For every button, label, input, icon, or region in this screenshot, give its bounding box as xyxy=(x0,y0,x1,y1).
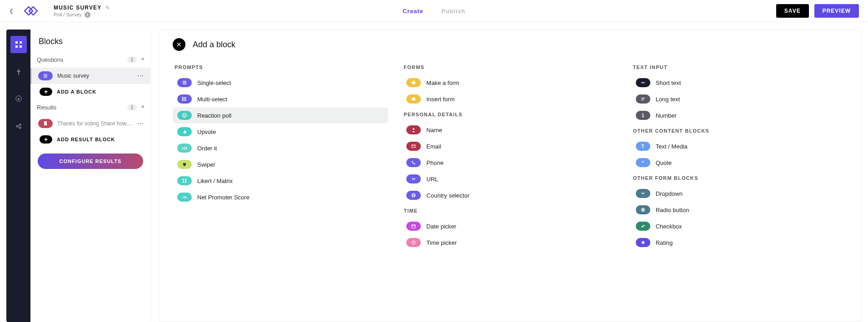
opt-label: Phone xyxy=(426,159,444,166)
more-icon[interactable]: ⋯ xyxy=(137,120,144,127)
section-questions[interactable]: Questions 1 ^ xyxy=(30,52,150,68)
svg-point-20 xyxy=(182,99,183,99)
preview-button[interactable]: PREVIEW xyxy=(814,4,859,18)
edit-icon[interactable]: ✎ xyxy=(105,5,110,11)
calendar-icon xyxy=(406,222,421,231)
opt-likert[interactable]: Likert / Matrix xyxy=(173,173,388,189)
heading-forms: FORMS xyxy=(404,64,617,70)
questions-count-badge: 1 xyxy=(127,56,137,63)
close-icon[interactable]: ✕ xyxy=(173,38,185,51)
heading-time: TIME xyxy=(404,208,617,213)
smile-icon xyxy=(177,111,192,120)
opt-label: Insert form xyxy=(426,96,454,103)
heading-prompts: PROMPTS xyxy=(175,64,388,70)
opt-phone[interactable]: Phone xyxy=(402,154,617,171)
result-item-label: Thanks for voting Share how you v... xyxy=(57,120,133,127)
opt-upvote[interactable]: Upvote xyxy=(173,124,388,140)
radio-icon xyxy=(636,205,650,214)
briefcase-icon xyxy=(406,78,421,87)
section-results[interactable]: Results 1 ^ xyxy=(30,99,150,115)
opt-label: Single-select xyxy=(197,79,231,86)
header: ❮ MUSIC SURVEY ✎ Poll / Survey i Create … xyxy=(0,0,868,22)
svg-rect-32 xyxy=(412,98,415,100)
rail-blocks-icon[interactable] xyxy=(10,36,27,53)
opt-label: Upvote xyxy=(197,129,216,135)
more-icon[interactable]: ⋯ xyxy=(137,72,144,79)
tab-publish[interactable]: Publish xyxy=(441,8,465,15)
opt-checkbox[interactable]: Checkbox xyxy=(631,218,847,234)
configure-results-button[interactable]: CONFIGURE RESULTS xyxy=(38,154,143,169)
opt-time[interactable]: Time picker xyxy=(402,234,617,251)
person-icon xyxy=(406,125,421,134)
opt-rating[interactable]: Rating xyxy=(631,234,847,251)
check-icon xyxy=(636,222,650,231)
header-left: ❮ MUSIC SURVEY ✎ Poll / Survey i xyxy=(9,4,110,18)
opt-nps[interactable]: Net Promoter Score xyxy=(173,189,388,205)
thumbs-up-icon xyxy=(177,127,192,136)
opt-swiper[interactable]: Swiper xyxy=(173,156,388,173)
globe-icon xyxy=(406,191,421,200)
opt-single-select[interactable]: Single-select xyxy=(173,74,388,91)
sidebar: Blocks Questions 1 ^ Music survey ⋯ + AD… xyxy=(30,30,150,322)
save-button[interactable]: SAVE xyxy=(776,4,809,18)
svg-rect-39 xyxy=(412,225,415,228)
results-count-badge: 1 xyxy=(127,104,137,111)
checklist-icon xyxy=(177,94,192,104)
star-icon xyxy=(636,238,650,247)
heading-personal: PERSONAL DETAILS xyxy=(404,112,617,117)
opt-multi-select[interactable]: Multi-select xyxy=(173,91,388,107)
opt-quote[interactable]: “Quote xyxy=(631,154,847,171)
svg-point-19 xyxy=(182,97,183,98)
opt-order-it[interactable]: 123Order it xyxy=(173,140,388,156)
logo-icon[interactable] xyxy=(22,4,40,18)
add-block-label: ADD A BLOCK xyxy=(57,89,96,94)
grid-icon xyxy=(177,176,192,185)
add-block-link[interactable]: + ADD A BLOCK xyxy=(33,84,150,99)
opt-country[interactable]: Country selector xyxy=(402,187,617,203)
opt-label: Reaction poll xyxy=(197,112,231,119)
opt-label: Net Promoter Score xyxy=(197,194,249,201)
opt-short-text[interactable]: Short text xyxy=(631,74,847,91)
chevron-down-icon xyxy=(636,189,650,198)
svg-point-5 xyxy=(16,125,18,127)
add-result-link[interactable]: + ADD RESULT BLOCK xyxy=(33,132,150,147)
header-tabs: Create Publish xyxy=(403,8,465,15)
heart-icon xyxy=(177,160,192,169)
phone-icon xyxy=(406,158,421,167)
opt-label: Order it xyxy=(197,145,217,152)
tab-create[interactable]: Create xyxy=(403,8,423,15)
opt-long-text[interactable]: Long text xyxy=(631,91,847,107)
opt-insert-form[interactable]: Insert form xyxy=(402,91,617,107)
text-icon: T xyxy=(636,142,650,151)
numbers-icon: 123 xyxy=(177,144,192,153)
rail-share-icon[interactable] xyxy=(10,118,27,135)
result-item[interactable]: Thanks for voting Share how you v... ⋯ xyxy=(30,115,150,132)
opt-make-form[interactable]: Make a form xyxy=(402,74,617,91)
rail-settings-icon[interactable] xyxy=(10,90,27,108)
col-forms: FORMS Make a form Insert form PERSONAL D… xyxy=(402,60,617,251)
link-icon xyxy=(406,174,421,183)
opt-dropdown[interactable]: Dropdown xyxy=(631,185,847,202)
opt-label: Dropdown xyxy=(656,190,683,197)
opt-radio[interactable]: Radio button xyxy=(631,202,847,218)
briefcase-icon xyxy=(406,94,421,104)
opt-date[interactable]: Date picker xyxy=(402,218,617,234)
sidebar-title: Blocks xyxy=(30,30,150,52)
rail-pin-icon[interactable] xyxy=(10,63,27,80)
svg-line-29 xyxy=(185,197,185,198)
gauge-icon xyxy=(177,193,192,202)
opt-label: Text / Media xyxy=(656,143,688,150)
opt-reaction-poll[interactable]: Reaction poll xyxy=(173,107,388,124)
opt-url[interactable]: URL xyxy=(402,171,617,187)
back-caret-icon[interactable]: ❮ xyxy=(9,8,14,14)
svg-rect-28 xyxy=(185,181,186,183)
opt-number[interactable]: 1Number xyxy=(631,107,847,124)
add-result-label: ADD RESULT BLOCK xyxy=(57,137,115,142)
list-icon xyxy=(38,71,53,80)
info-icon[interactable]: i xyxy=(85,12,90,18)
opt-text-media[interactable]: TText / Media xyxy=(631,138,847,154)
opt-email[interactable]: Email xyxy=(402,138,617,154)
opt-name[interactable]: Name xyxy=(402,122,617,138)
question-item-music-survey[interactable]: Music survey ⋯ xyxy=(30,68,150,84)
opt-label: Country selector xyxy=(426,192,469,199)
